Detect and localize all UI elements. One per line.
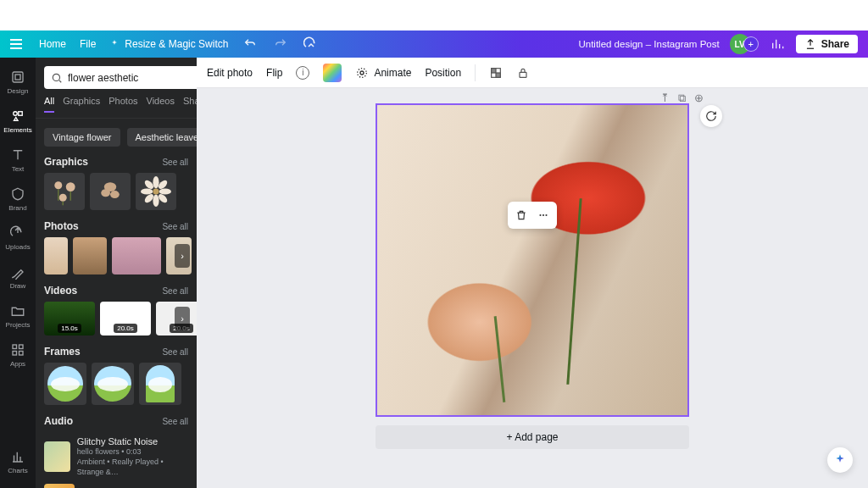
panel-tabs: All Graphics Photos Videos Shapes — [36, 96, 197, 119]
photo-thumb[interactable] — [112, 237, 161, 274]
file-menu[interactable]: File — [80, 38, 96, 50]
svg-point-17 — [141, 188, 153, 194]
selection-toolbar — [508, 202, 557, 229]
document-title[interactable]: Untitled design – Instagram Post — [578, 39, 719, 49]
share-button[interactable]: Share — [796, 35, 858, 53]
frame-thumb[interactable] — [44, 363, 86, 405]
svg-rect-28 — [496, 73, 500, 77]
rail-brand[interactable]: Brand — [0, 181, 36, 217]
rail-projects-label: Projects — [6, 321, 31, 329]
section-videos-title: Videos — [44, 285, 77, 297]
selected-photo[interactable] — [377, 105, 687, 415]
rail-projects[interactable]: Projects — [0, 298, 36, 334]
svg-rect-7 — [19, 352, 24, 356]
tab-graphics[interactable]: Graphics — [63, 96, 100, 113]
video-thumb[interactable]: 20.0s — [100, 302, 151, 336]
graphics-see-all[interactable]: See all — [162, 158, 188, 167]
insights-icon[interactable] — [769, 36, 786, 53]
rail-uploads-label: Uploads — [5, 243, 30, 251]
svg-rect-5 — [19, 345, 24, 349]
position-button[interactable]: Position — [425, 67, 461, 79]
context-toolbar: Edit photo Flip i Animate Position — [197, 58, 868, 88]
videos-scroll-right[interactable]: › — [175, 307, 190, 330]
photos-see-all[interactable]: See all — [162, 222, 188, 231]
frames-see-all[interactable]: See all — [162, 347, 188, 357]
photo-thumb[interactable] — [73, 237, 107, 274]
rail-text[interactable]: Text — [0, 142, 36, 178]
delete-button[interactable] — [511, 205, 531, 225]
sparkle-icon — [109, 39, 120, 49]
chip-aesthetic-leaves[interactable]: Aesthetic leaves — [127, 128, 197, 147]
add-page-icon[interactable]: ⊕ — [694, 92, 704, 105]
edit-photo-button[interactable]: Edit photo — [207, 67, 253, 79]
charts-icon — [10, 449, 25, 464]
info-icon[interactable]: i — [296, 66, 309, 80]
graphic-thumb[interactable] — [90, 173, 131, 210]
frame-thumb[interactable] — [92, 363, 134, 405]
canvas-area: Edit photo Flip i Animate Position ⤒ ⧉ ⊕ — [197, 58, 868, 488]
tab-photos[interactable]: Photos — [108, 96, 137, 113]
elements-icon — [10, 108, 25, 124]
resize-magic-label: Resize & Magic Switch — [125, 38, 228, 50]
video-thumb[interactable]: 15.0s — [44, 302, 95, 336]
undo-button[interactable] — [242, 36, 259, 53]
audio-item[interactable]: Glitchy Static Noise hello flowers • 0:0… — [44, 432, 188, 480]
audio-item[interactable]: Soaking Up the Sun — [44, 480, 188, 488]
svg-rect-3 — [19, 112, 23, 116]
lock-icon[interactable] — [516, 66, 530, 80]
color-picker[interactable] — [323, 64, 342, 82]
svg-point-8 — [53, 74, 59, 80]
videos-see-all[interactable]: See all — [162, 286, 188, 296]
svg-point-9 — [54, 181, 62, 189]
design-canvas[interactable] — [376, 103, 689, 417]
tab-videos[interactable]: Videos — [147, 96, 175, 113]
graphic-thumb[interactable] — [44, 173, 85, 210]
frame-thumb[interactable] — [139, 363, 181, 405]
add-collaborator-button[interactable]: + — [743, 36, 759, 52]
brand-icon — [10, 186, 25, 202]
svg-rect-0 — [13, 72, 23, 82]
resize-magic-switch[interactable]: Resize & Magic Switch — [109, 38, 228, 50]
flower-graphic-icon — [95, 176, 125, 207]
add-page-button[interactable]: + Add page — [376, 425, 689, 449]
top-menu-bar: Home File Resize & Magic Switch Untitled… — [0, 30, 868, 58]
animate-label: Animate — [374, 67, 411, 79]
rail-draw[interactable]: Draw — [0, 259, 36, 295]
transparency-icon[interactable] — [489, 66, 503, 80]
flip-button[interactable]: Flip — [266, 67, 282, 79]
home-link[interactable]: Home — [39, 38, 66, 50]
design-icon — [10, 69, 25, 85]
audio-see-all[interactable]: See all — [162, 417, 188, 426]
elements-panel: ✕ All Graphics Photos Videos Shapes Vint… — [36, 58, 197, 488]
chip-vintage-flower[interactable]: Vintage flower — [44, 128, 120, 147]
section-audio-title: Audio — [44, 415, 73, 427]
more-options-button[interactable] — [533, 205, 554, 225]
svg-rect-4 — [13, 345, 17, 349]
search-input[interactable] — [68, 72, 195, 84]
assistant-fab[interactable] — [827, 447, 853, 473]
rail-uploads[interactable]: Uploads — [0, 220, 36, 256]
search-field[interactable]: ✕ — [44, 66, 197, 89]
rail-elements[interactable]: Elements — [0, 103, 36, 139]
cloud-sync-icon[interactable] — [303, 36, 320, 53]
hamburger-menu[interactable] — [7, 36, 25, 53]
svg-point-24 — [360, 71, 364, 75]
flower-graphic-icon — [49, 176, 80, 207]
animate-button[interactable]: Animate — [355, 66, 411, 80]
svg-point-2 — [14, 112, 18, 116]
tab-all[interactable]: All — [44, 96, 54, 113]
rail-draw-label: Draw — [10, 282, 26, 290]
rail-elements-label: Elements — [3, 126, 31, 134]
rail-charts[interactable]: Charts — [0, 444, 36, 480]
redo-button[interactable] — [272, 36, 289, 53]
regenerate-button[interactable] — [700, 105, 722, 127]
svg-point-25 — [358, 68, 367, 77]
tab-shapes[interactable]: Shapes — [183, 96, 197, 113]
svg-point-11 — [59, 194, 67, 202]
photo-thumb[interactable] — [44, 237, 68, 274]
trash-icon — [515, 209, 527, 221]
rail-design[interactable]: Design — [0, 64, 36, 100]
graphic-thumb[interactable] — [136, 173, 176, 210]
photos-scroll-right[interactable]: › — [175, 244, 190, 268]
rail-apps[interactable]: Apps — [0, 337, 36, 373]
